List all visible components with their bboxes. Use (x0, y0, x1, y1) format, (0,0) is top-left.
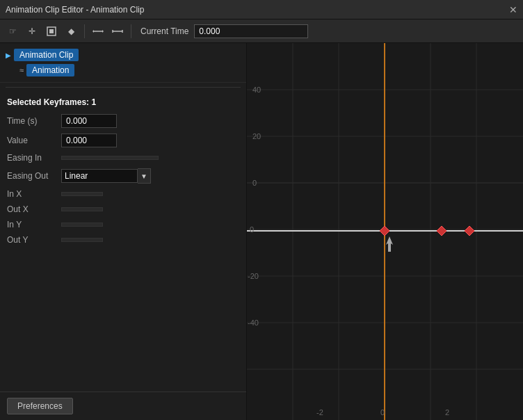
easing-in-row: Easing In (7, 153, 239, 163)
move-icon[interactable]: ✛ (24, 23, 40, 40)
out-y-input (61, 238, 103, 242)
easing-out-select-wrap: Linear ▼ (61, 168, 151, 184)
value-label: Value (7, 136, 57, 145)
in-x-row: In X (7, 189, 239, 199)
time-input[interactable] (61, 114, 117, 128)
toolbar-separator-2 (131, 24, 131, 38)
translate-icon[interactable] (90, 23, 106, 40)
tree-area: ▶ Animation Clip ≈ Animation (0, 43, 246, 83)
hand-icon[interactable]: ☞ (4, 23, 21, 40)
toolbar: ☞ ✛ ◆ Current Time (0, 19, 523, 43)
easing-out-label: Easing Out (7, 171, 57, 181)
svg-text:2: 2 (445, 408, 449, 417)
preferences-area: Preferences (0, 391, 246, 420)
close-icon[interactable]: ✕ (509, 4, 517, 15)
preferences-button[interactable]: Preferences (7, 398, 73, 414)
svg-text:-20: -20 (248, 272, 259, 280)
tree-root-label[interactable]: Animation Clip (14, 49, 79, 61)
tree-root-item[interactable]: ▶ Animation Clip (3, 47, 243, 63)
svg-marker-4 (92, 30, 94, 33)
value-input[interactable] (61, 134, 117, 147)
diamond-icon[interactable]: ◆ (63, 23, 79, 40)
title-bar: Animation Clip Editor - Animation Clip ✕ (0, 0, 523, 19)
svg-marker-3 (102, 30, 104, 33)
toolbar-separator (84, 24, 85, 38)
svg-text:0: 0 (380, 408, 385, 417)
scale-icon[interactable] (109, 23, 126, 40)
divider (6, 87, 241, 88)
svg-text:-2: -2 (316, 408, 323, 417)
animation-icon: ≈ (19, 66, 24, 74)
easing-in-value (61, 156, 159, 160)
current-time-input[interactable] (194, 24, 308, 38)
left-panel: ▶ Animation Clip ≈ Animation Selected Ke… (0, 43, 247, 420)
window-title: Animation Clip Editor - Animation Clip (6, 5, 144, 15)
easing-out-row: Easing Out Linear ▼ (7, 168, 239, 184)
svg-rect-1 (49, 29, 54, 33)
tree-child-label[interactable]: Animation (26, 64, 74, 76)
svg-text:-40: -40 (248, 318, 259, 327)
tree-child-item[interactable]: ≈ Animation (3, 63, 243, 78)
out-x-input (61, 207, 103, 211)
graph-area[interactable]: 40 20 0 0 -20 -40 -2 0 2 (247, 43, 523, 420)
in-y-label: In Y (7, 220, 57, 229)
properties-area: Selected Keyframes: 1 Time (s) Value Eas… (0, 92, 246, 391)
time-row: Time (s) (7, 114, 239, 128)
out-y-label: Out Y (7, 235, 57, 245)
in-y-row: In Y (7, 220, 239, 229)
tree-arrow-icon: ▶ (6, 51, 11, 59)
select-arrow-icon[interactable]: ▼ (138, 168, 151, 184)
graph-canvas: 40 20 0 0 -20 -40 -2 0 2 (247, 43, 523, 420)
out-x-label: Out X (7, 204, 57, 214)
out-y-row: Out Y (7, 235, 239, 245)
time-label: Time (s) (7, 116, 57, 126)
in-x-label: In X (7, 189, 57, 199)
svg-text:40: 40 (252, 86, 261, 94)
svg-text:0: 0 (252, 179, 257, 187)
value-row: Value (7, 134, 239, 147)
easing-in-label: Easing In (7, 153, 57, 163)
frame-icon[interactable] (43, 23, 60, 40)
in-x-input (61, 192, 103, 196)
out-x-row: Out X (7, 204, 239, 214)
current-time-label: Current Time (140, 26, 188, 36)
svg-text:0: 0 (250, 225, 254, 234)
svg-text:20: 20 (252, 132, 261, 140)
in-y-input (61, 223, 103, 227)
selected-keyframes-label: Selected Keyframes: 1 (7, 97, 239, 107)
main-area: ▶ Animation Clip ≈ Animation Selected Ke… (0, 43, 523, 420)
easing-out-select[interactable]: Linear (61, 169, 138, 183)
